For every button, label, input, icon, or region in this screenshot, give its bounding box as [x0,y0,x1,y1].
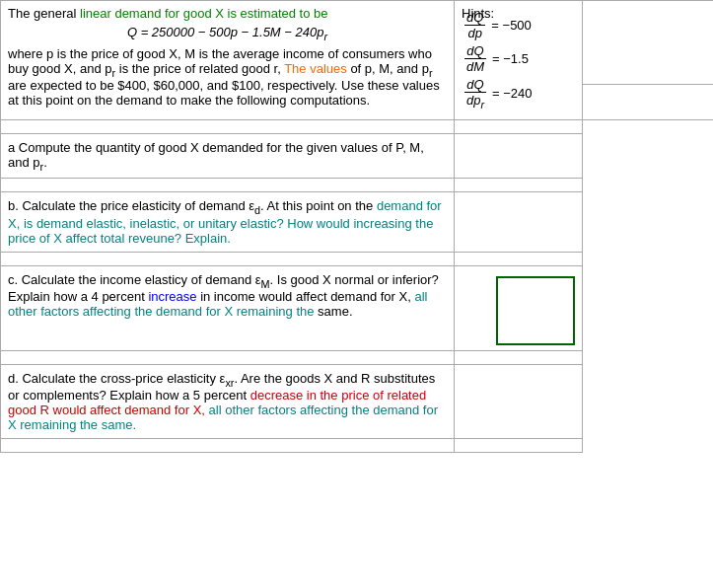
equation-row: Q = 250000 − 500p − 1.5M − 240pr [8,21,447,46]
hints-dQ-dM: dQ dM = −1.5 [463,43,574,74]
intro-body: where p is the price of good X, M is the… [8,46,447,109]
part-a-label: a [8,140,19,155]
part-d-cell: d. Calculate the cross-price elasticity … [1,364,455,439]
part-c-cell: c. Calculate the income elasticy of dema… [1,265,455,350]
part-c-label: c. [8,272,22,287]
intro-text1: The general [8,6,80,21]
sep-row-2 [1,179,455,192]
frac-num-dQ: dQ [464,10,485,26]
fraction-dQ-dM: dQ dM [464,43,486,74]
main-table: The general linear demand for good X is … [0,0,713,453]
part-b-answer [455,192,583,253]
sep-answer-1 [455,119,583,133]
answer-intro [583,84,714,119]
equation: Q = 250000 − 500p − 1.5M − 240pr [127,25,327,39]
hints-math-cell: dQ dp = −500 dQ dM = −1.5 dQ dpr = −240 [455,1,583,120]
sep-row-5 [1,439,455,453]
part-c-body2: in income would affect demand for X, [197,289,415,304]
intro-text1-green: linear demand for good X is estimated to… [80,6,327,21]
dQ-dp-value: = −500 [491,18,532,33]
hints-dQ-dp: dQ dp = −500 [463,10,574,40]
intro-cell: The general linear demand for good X is … [1,1,455,120]
part-c-text: c. Calculate the income elasticy of dema… [8,272,447,320]
frac-den-dp: dp [465,26,483,40]
part-b-body1: Calculate the price elasticity of demand… [22,198,376,213]
sep-answer-4 [455,350,583,364]
part-b-cell: b. Calculate the price elasticity of dem… [1,192,455,253]
intro-values: The values [284,61,347,76]
part-d-answer [455,364,583,439]
answer-box-c [496,276,575,345]
part-a-text: a Compute the quantity of good X demande… [8,140,447,173]
frac-num-dQ2: dQ [464,43,485,59]
sep-answer-2 [455,179,583,192]
hints-dQ-dpr: dQ dpr = −240 [463,77,574,110]
sep-row-1 [1,119,455,133]
part-c-answer [455,265,583,350]
fraction-dQ-dp: dQ dp [464,10,485,40]
sep-row-3 [1,252,455,265]
part-d-text: d. Calculate the cross-price elasticity … [8,371,447,433]
part-d-label: d. [8,371,22,386]
sep-row-4 [1,350,455,364]
dQ-dM-value: = −1.5 [492,51,529,66]
answer-header [583,1,714,85]
part-a-body: Compute the quantity of good X demanded … [8,140,424,170]
part-c-body4: same. [315,304,353,319]
dQ-dpr-value: = −240 [492,86,533,101]
part-a-answer [455,133,583,179]
sep-answer-3 [455,252,583,265]
part-a-cell: a Compute the quantity of good X demande… [1,133,455,179]
part-b-text: b. Calculate the price elasticity of dem… [8,198,447,246]
intro-text: The general linear demand for good X is … [8,6,447,21]
frac-den-dpr: dpr [464,93,486,110]
sep-answer-5 [455,439,583,453]
fraction-dQ-dpr: dQ dpr [464,77,486,110]
frac-den-dM: dM [464,59,486,74]
frac-num-dQ3: dQ [464,77,485,93]
part-c-increase: increase [148,289,196,304]
part-b-label: b. [8,198,22,213]
